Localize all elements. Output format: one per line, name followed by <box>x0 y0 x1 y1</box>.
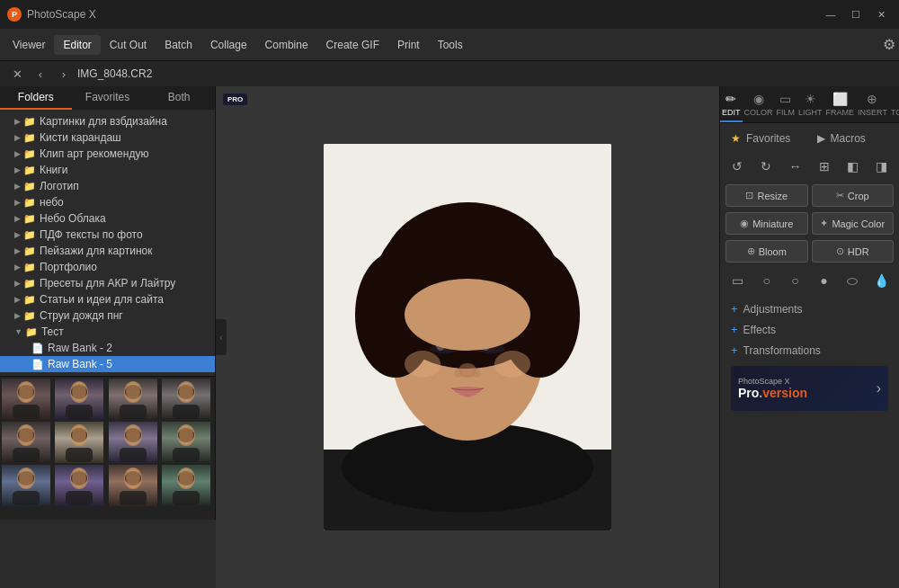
svg-point-72 <box>405 279 530 351</box>
thumbnail-0[interactable] <box>2 379 50 420</box>
titlebar: P PhotoScape X — ☐ ✕ <box>0 0 899 29</box>
close-button[interactable]: ✕ <box>870 6 892 22</box>
folder-item-2[interactable]: ▶📁Клип арт рекомендую <box>0 146 215 162</box>
folder-item-7[interactable]: ▶📁ПДФ тексты по фото <box>0 227 215 243</box>
folder-item-9[interactable]: ▶📁Портфолио <box>0 259 215 275</box>
promo-arrow-icon[interactable]: › <box>877 380 881 396</box>
folder-item-0[interactable]: ▶📁Картинки для взбдизайна <box>0 113 215 129</box>
folder-arrow-icon: ▼ <box>14 327 22 336</box>
thumbnail-11[interactable] <box>162 465 210 506</box>
ring-shape-button[interactable]: ○ <box>783 268 808 293</box>
folder-item-1[interactable]: ▶📁Кисти карандаш <box>0 129 215 146</box>
nav-tabs-bar: ✕ ‹ › IMG_8048.CR2 <box>0 61 899 86</box>
nav-back-button[interactable]: ‹ <box>31 64 50 84</box>
flip-button[interactable]: ↔ <box>783 154 806 179</box>
thumbnail-5[interactable] <box>55 422 103 463</box>
svg-point-34 <box>19 468 33 488</box>
main-canvas-image[interactable] <box>324 144 611 530</box>
thumbnail-4[interactable] <box>2 422 50 463</box>
transformations-section[interactable]: + Transformations <box>725 340 894 361</box>
nav-forward-button[interactable]: › <box>54 64 74 84</box>
adjustments-section[interactable]: + Adjustments <box>725 298 894 319</box>
svg-rect-43 <box>120 491 147 505</box>
svg-rect-39 <box>66 491 93 505</box>
tool-tab-color[interactable]: ◉ COLOR <box>743 86 775 122</box>
folder-icon: 📁 <box>23 116 36 128</box>
oval-shape-button[interactable]: ⬭ <box>840 268 865 293</box>
tool-tab-insert[interactable]: ⊕ INSERT <box>856 86 889 122</box>
folder-item-3[interactable]: ▶📁Книги <box>0 162 215 178</box>
thumbnail-6[interactable] <box>109 422 157 463</box>
folder-item-4[interactable]: ▶📁Логотип <box>0 178 215 194</box>
folder-item-13[interactable]: ▼📁Тест <box>0 324 215 340</box>
folder-item-11[interactable]: ▶📁Статьи и идеи для сайта <box>0 291 215 307</box>
menu-print[interactable]: Print <box>388 35 429 55</box>
thumbnail-8[interactable] <box>2 465 50 506</box>
tab-both[interactable]: Both <box>143 86 215 110</box>
sidebar-collapse-button[interactable]: ‹ <box>216 319 227 355</box>
maximize-button[interactable]: ☐ <box>845 6 867 22</box>
transform-icons-row: ↺ ↻ ↔ ⊞ ◧ ◨ <box>725 154 894 179</box>
menu-creategif[interactable]: Create GIF <box>317 35 388 55</box>
tool-tab-frame[interactable]: ⬜ FRAME <box>824 86 857 122</box>
crop-button[interactable]: ✂ Crop <box>812 184 895 207</box>
close-file-button[interactable]: ✕ <box>7 64 27 84</box>
svg-point-46 <box>179 468 193 488</box>
folder-item-14[interactable]: 📄Raw Bank - 2 <box>0 340 215 356</box>
minimize-button[interactable]: — <box>820 6 841 22</box>
folder-item-5[interactable]: ▶📁небо <box>0 194 215 210</box>
tool-tab-light[interactable]: ☀ LIGHT <box>797 86 824 122</box>
settings-icon[interactable]: ⚙ <box>883 36 895 53</box>
menu-tools[interactable]: Tools <box>429 35 472 55</box>
filled-circle-button[interactable]: ● <box>811 268 836 293</box>
color-tab-label: COLOR <box>744 108 773 117</box>
thumbnail-2[interactable] <box>109 379 157 420</box>
rotate-right-button[interactable]: ↻ <box>754 154 778 179</box>
resize-button[interactable]: ⊡ Resize <box>725 184 808 207</box>
menu-combine[interactable]: Combine <box>256 35 317 55</box>
menu-batch[interactable]: Batch <box>156 35 201 55</box>
folder-icon: 📁 <box>23 165 36 176</box>
folder-icon: 📁 <box>25 326 38 338</box>
thumbnail-1[interactable] <box>55 379 103 420</box>
folder-item-15[interactable]: 📄Raw Bank - 5 <box>0 356 215 372</box>
thumbnail-10[interactable] <box>109 465 157 506</box>
folder-icon: 📁 <box>23 148 36 160</box>
folder-item-6[interactable]: ▶📁Небо Облака <box>0 210 215 227</box>
tab-folders[interactable]: Folders <box>0 86 72 110</box>
rotate-left-button[interactable]: ↺ <box>725 154 749 179</box>
thumbnail-3[interactable] <box>162 379 210 420</box>
macros-label: Macros <box>831 132 866 145</box>
thumb-svg-10 <box>111 466 156 505</box>
thumbnail-9[interactable] <box>55 465 103 506</box>
grid-button[interactable]: ⊞ <box>813 154 836 179</box>
bloom-button[interactable]: ⊕ Bloom <box>725 240 808 263</box>
tab-favorites[interactable]: Favorites <box>72 86 144 110</box>
favorites-label: Favorites <box>746 132 790 145</box>
macros-button[interactable]: ▶ Macros <box>812 129 895 148</box>
svg-point-22 <box>72 425 86 445</box>
miniature-button[interactable]: ◉ Miniature <box>725 212 808 235</box>
tool-tab-tools[interactable]: ⚙ TOOLS <box>889 86 899 122</box>
favorites-button[interactable]: ★ Favorites <box>725 129 808 148</box>
effects-section[interactable]: + Effects <box>725 319 894 340</box>
folder-item-8[interactable]: ▶📁Пейзажи для картинок <box>0 243 215 259</box>
folder-item-10[interactable]: ▶📁Пресеты для АКР и Лайтру <box>0 275 215 291</box>
tool-tab-edit[interactable]: ✏ EDIT <box>720 86 743 122</box>
menu-editor[interactable]: Editor <box>54 35 100 55</box>
folder-item-12[interactable]: ▶📁Струи дождя пнг <box>0 307 215 324</box>
rectangle-shape-button[interactable]: ▭ <box>725 268 751 293</box>
split-left-button[interactable]: ◧ <box>841 154 865 179</box>
split-right-button[interactable]: ◨ <box>870 154 894 179</box>
circle-shape-button[interactable]: ○ <box>754 268 779 293</box>
thumbnail-7[interactable] <box>162 422 210 463</box>
promo-banner[interactable]: PhotoScape X Pro.version › <box>731 366 888 411</box>
menu-cutout[interactable]: Cut Out <box>101 35 156 55</box>
magic-color-button[interactable]: ✦ Magic Color <box>812 212 895 235</box>
menu-collage[interactable]: Collage <box>201 35 256 55</box>
folder-label: ПДФ тексты по фото <box>40 228 143 241</box>
menu-viewer[interactable]: Viewer <box>4 35 54 55</box>
drop-shape-button[interactable]: 💧 <box>868 268 894 293</box>
hdr-button[interactable]: ⊙ HDR <box>812 240 895 263</box>
tool-tab-film[interactable]: ▭ FILM <box>775 86 797 122</box>
